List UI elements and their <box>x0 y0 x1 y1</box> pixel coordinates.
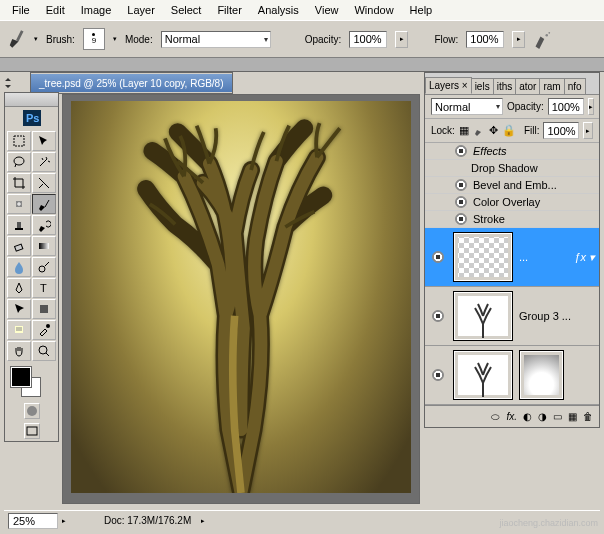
flow-slider-icon[interactable]: ▸ <box>512 31 525 48</box>
svg-point-5 <box>14 157 24 165</box>
slice-tool[interactable] <box>32 173 56 193</box>
adjustment-icon[interactable]: ◑ <box>538 411 547 422</box>
toolbox-header[interactable] <box>5 93 58 107</box>
layer-row[interactable] <box>425 346 599 405</box>
path-select-tool[interactable] <box>7 299 31 319</box>
flow-input[interactable]: 100% <box>466 31 504 48</box>
eye-icon[interactable] <box>455 196 467 208</box>
effect-drop-shadow[interactable]: Drop Shadow <box>425 160 599 177</box>
menu-edit[interactable]: Edit <box>38 2 73 18</box>
menu-view[interactable]: View <box>307 2 347 18</box>
lock-position-icon[interactable]: ✥ <box>489 124 498 137</box>
eye-icon[interactable] <box>432 369 444 381</box>
fill-input[interactable]: 100% <box>543 122 579 139</box>
blur-tool[interactable] <box>7 257 31 277</box>
layer-blend-select[interactable]: Normal <box>431 98 503 115</box>
layer-opacity-slider-icon[interactable]: ▸ <box>588 98 594 115</box>
move-tool[interactable] <box>32 131 56 151</box>
stamp-tool[interactable] <box>7 215 31 235</box>
hand-tool[interactable] <box>7 341 31 361</box>
new-layer-icon[interactable]: ▦ <box>568 411 577 422</box>
menu-select[interactable]: Select <box>163 2 210 18</box>
brush-tool[interactable] <box>32 194 56 214</box>
lasso-tool[interactable] <box>7 152 31 172</box>
eye-icon[interactable] <box>432 310 444 322</box>
tab-paths[interactable]: iths <box>493 78 517 94</box>
eye-icon[interactable] <box>455 145 467 157</box>
eye-icon[interactable] <box>432 251 444 263</box>
menu-filter[interactable]: Filter <box>209 2 249 18</box>
gradient-tool[interactable] <box>32 236 56 256</box>
document-canvas[interactable] <box>62 94 420 504</box>
dodge-tool[interactable] <box>32 257 56 277</box>
shape-tool[interactable] <box>32 299 56 319</box>
zoom-tool[interactable] <box>32 341 56 361</box>
layer-row-selected[interactable]: ... ƒx ▾ <box>425 228 599 287</box>
layers-panel: Layers × iels iths ator ram nfo Normal O… <box>424 72 600 428</box>
fx-badge[interactable]: ƒx ▾ <box>574 251 595 264</box>
quickmask-icon[interactable] <box>24 403 40 419</box>
airbrush-icon[interactable] <box>533 29 553 49</box>
history-brush-tool[interactable] <box>32 215 56 235</box>
menu-window[interactable]: Window <box>346 2 401 18</box>
type-tool[interactable]: T <box>32 278 56 298</box>
pen-tool[interactable] <box>7 278 31 298</box>
effect-stroke[interactable]: Stroke <box>425 211 599 228</box>
foreground-color[interactable] <box>11 367 31 387</box>
brush-size-dropdown-icon[interactable]: ▾ <box>113 35 117 43</box>
screenmode-icon[interactable] <box>24 423 40 439</box>
link-layers-icon[interactable]: ⬭ <box>491 411 500 423</box>
tab-info[interactable]: nfo <box>564 78 586 94</box>
layer-thumbnail[interactable] <box>453 232 513 282</box>
layer-name[interactable]: Group 3 ... <box>519 310 571 322</box>
eyedropper-tool[interactable] <box>32 320 56 340</box>
fx-menu-icon[interactable]: fx. <box>506 411 517 422</box>
svg-rect-4 <box>14 136 24 146</box>
blend-mode-select[interactable]: Normal <box>161 31 271 48</box>
eraser-tool[interactable] <box>7 236 31 256</box>
tab-histogram[interactable]: ram <box>539 78 564 94</box>
crop-tool[interactable] <box>7 173 31 193</box>
wand-tool[interactable] <box>32 152 56 172</box>
notes-tool[interactable] <box>7 320 31 340</box>
layer-name[interactable]: ... <box>519 251 528 263</box>
eye-icon[interactable] <box>455 179 467 191</box>
layer-mask-thumbnail[interactable] <box>519 350 564 400</box>
tab-layers[interactable]: Layers × <box>425 77 472 94</box>
menu-analysis[interactable]: Analysis <box>250 2 307 18</box>
marquee-tool[interactable] <box>7 131 31 151</box>
layer-thumbnail[interactable] <box>453 291 513 341</box>
eye-icon[interactable] <box>455 213 467 225</box>
tab-channels[interactable]: iels <box>471 78 494 94</box>
zoom-field[interactable]: 25% <box>8 513 58 529</box>
brush-dropdown-icon[interactable]: ▾ <box>34 35 38 43</box>
layer-thumbnail[interactable] <box>453 350 513 400</box>
menu-image[interactable]: Image <box>73 2 120 18</box>
opacity-slider-icon[interactable]: ▸ <box>395 31 408 48</box>
lock-transparency-icon[interactable]: ▦ <box>459 124 469 137</box>
lock-all-icon[interactable]: 🔒 <box>502 124 516 137</box>
brush-tool-icon[interactable] <box>6 29 26 49</box>
mask-icon[interactable]: ◐ <box>523 411 532 422</box>
menu-help[interactable]: Help <box>402 2 441 18</box>
effect-bevel[interactable]: Bevel and Emb... <box>425 177 599 194</box>
effect-color-overlay[interactable]: Color Overlay <box>425 194 599 211</box>
tab-navigator[interactable]: ator <box>515 78 540 94</box>
menu-layer[interactable]: Layer <box>119 2 163 18</box>
palette-toggle-icon[interactable] <box>4 77 16 89</box>
menu-file[interactable]: File <box>4 2 38 18</box>
new-group-icon[interactable]: ▭ <box>553 411 562 422</box>
document-tab[interactable]: _tree.psd @ 25% (Layer 10 copy, RGB/8) <box>30 72 233 94</box>
docinfo-dropdown-icon[interactable]: ▸ <box>201 517 205 525</box>
delete-layer-icon[interactable]: 🗑 <box>583 411 593 422</box>
layer-opacity-input[interactable]: 100% <box>548 98 584 115</box>
heal-tool[interactable] <box>7 194 31 214</box>
brush-preset-picker[interactable]: 9 <box>83 28 105 50</box>
opacity-input[interactable]: 100% <box>349 31 387 48</box>
zoom-dropdown-icon[interactable]: ▸ <box>62 517 66 525</box>
fill-slider-icon[interactable]: ▸ <box>583 122 593 139</box>
lock-pixels-icon[interactable] <box>473 124 485 138</box>
effects-header[interactable]: Effects <box>425 143 599 160</box>
layer-row-group[interactable]: Group 3 ... <box>425 287 599 346</box>
menu-bar: File Edit Image Layer Select Filter Anal… <box>0 0 604 20</box>
